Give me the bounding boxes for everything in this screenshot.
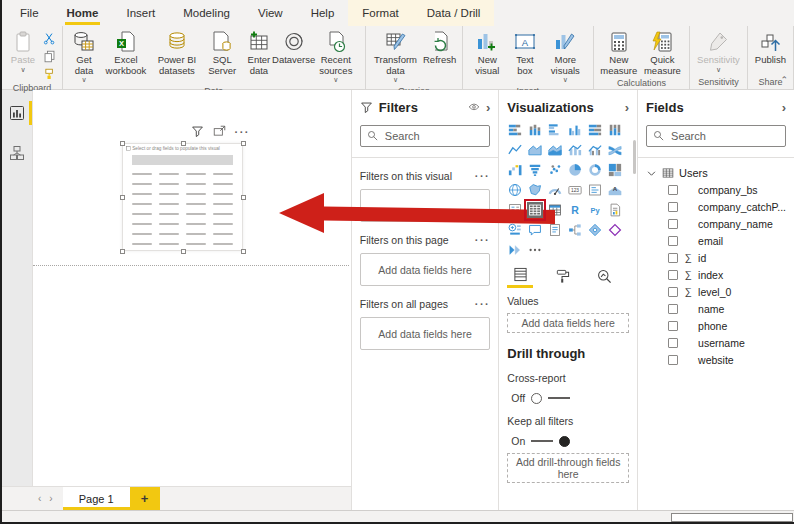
field-row-email[interactable]: ∑email — [646, 232, 786, 249]
stacked-bar-chart-visual-button[interactable] — [507, 122, 523, 138]
field-row-phone[interactable]: ∑phone — [646, 317, 786, 334]
more-visual-options-visual-button[interactable] — [527, 242, 543, 258]
excel-workbook-button[interactable]: XExcel workbook — [101, 28, 151, 77]
paginated-report-visual-button[interactable] — [607, 202, 623, 218]
line-and-clustered-column-chart-visual-button[interactable] — [587, 142, 603, 158]
format-tab-button[interactable] — [549, 269, 575, 287]
new-measure-button[interactable]: New measure — [598, 28, 640, 77]
field-checkbox[interactable] — [668, 253, 678, 263]
enter-data-button[interactable]: Enter data — [241, 28, 276, 77]
field-row-company-name[interactable]: ∑company_name — [646, 215, 786, 232]
more-options-icon[interactable]: ··· — [475, 234, 491, 246]
slicer-visual-button[interactable] — [507, 202, 523, 218]
filter-dropzone[interactable]: Add data fields here — [360, 317, 490, 350]
field-row-level-0[interactable]: ∑level_0 — [646, 283, 786, 300]
ribbon-tab-help[interactable]: Help — [297, 0, 349, 26]
line-and-stacked-column-chart-visual-button[interactable] — [567, 142, 583, 158]
page-tab[interactable]: Page 1 — [63, 487, 130, 510]
more-options-icon[interactable]: ··· — [235, 122, 251, 140]
python-visual-visual-button[interactable]: Py — [587, 202, 603, 218]
focus-mode-icon[interactable] — [213, 125, 226, 138]
funnel-chart-visual-button[interactable] — [527, 162, 543, 178]
filters-search-input[interactable]: Search — [360, 125, 490, 147]
q-and-a-visual-button[interactable] — [527, 222, 543, 238]
field-row-company-catchp-[interactable]: ∑company_catchP... — [646, 198, 786, 215]
donut-chart-visual-button[interactable] — [587, 162, 603, 178]
copy-icon[interactable] — [40, 48, 58, 64]
clustered-bar-chart-visual-button[interactable] — [547, 122, 563, 138]
cross-report-toggle[interactable]: Off — [507, 392, 629, 404]
ribbon-tab-format[interactable]: Format — [348, 0, 412, 26]
field-row-name[interactable]: ∑name — [646, 300, 786, 317]
chevron-down-icon[interactable] — [646, 168, 657, 179]
report-view-button[interactable] — [3, 100, 32, 126]
power-apps-visual-button[interactable] — [607, 222, 623, 238]
keep-all-filters-toggle[interactable]: On — [507, 435, 629, 447]
report-canvas[interactable]: ··· Select or drag fields to populate th… — [33, 90, 351, 486]
selection-handle[interactable] — [241, 141, 246, 146]
field-row-company-bs[interactable]: ∑company_bs — [646, 181, 786, 198]
treemap-visual-button[interactable] — [607, 162, 623, 178]
table-node-users[interactable]: Users — [646, 167, 786, 179]
eye-icon[interactable] — [468, 102, 480, 114]
field-checkbox[interactable] — [668, 185, 678, 195]
more-options-icon[interactable]: ··· — [475, 170, 491, 182]
ribbon-tab-insert[interactable]: Insert — [112, 0, 169, 26]
quick-measure-button[interactable]: Quick measure — [640, 28, 685, 77]
clustered-column-chart-visual-button[interactable] — [567, 122, 583, 138]
new-visual-button[interactable]: New visual — [467, 28, 508, 77]
field-checkbox[interactable] — [668, 236, 678, 246]
selection-handle[interactable] — [181, 249, 186, 254]
ribbon-tab-view[interactable]: View — [244, 0, 297, 26]
more-visuals-button[interactable]: More visuals∨ — [542, 28, 589, 85]
multi-row-card-visual-button[interactable] — [587, 182, 603, 198]
collapse-filters-pane-icon[interactable]: › — [486, 100, 490, 115]
selection-handle[interactable] — [120, 249, 125, 254]
scrollbar-thumb[interactable] — [633, 140, 636, 174]
hundred-stacked-bar-chart-visual-button[interactable] — [587, 122, 603, 138]
ribbon-chart-visual-button[interactable] — [607, 142, 623, 158]
ribbon-tab-file[interactable]: File — [6, 0, 53, 26]
stacked-area-chart-visual-button[interactable] — [547, 142, 563, 158]
ribbon-tab-home[interactable]: Home — [53, 0, 113, 26]
field-checkbox[interactable] — [668, 202, 678, 212]
field-checkbox[interactable] — [668, 338, 678, 348]
field-checkbox[interactable] — [668, 355, 678, 365]
collapse-visualizations-pane-icon[interactable]: › — [625, 100, 629, 115]
sql-server-button[interactable]: SQL Server — [203, 28, 242, 77]
get-data-button[interactable]: Get data∨ — [67, 28, 101, 85]
selection-handle[interactable] — [181, 141, 186, 146]
line-chart-visual-button[interactable] — [507, 142, 523, 158]
field-checkbox[interactable] — [668, 304, 678, 314]
transform-data-button[interactable]: Transform data∨ — [370, 28, 422, 85]
prev-page-icon[interactable]: ‹ — [38, 493, 41, 504]
field-checkbox[interactable] — [668, 287, 678, 297]
format-painter-icon[interactable] — [40, 66, 58, 82]
refresh-button[interactable]: Refresh — [422, 28, 458, 67]
stacked-column-chart-visual-button[interactable] — [527, 122, 543, 138]
collapse-fields-pane-icon[interactable]: › — [782, 100, 786, 115]
analytics-tab-button[interactable] — [591, 269, 617, 287]
decomposition-tree-visual-button[interactable] — [567, 222, 583, 238]
area-chart-visual-button[interactable] — [527, 142, 543, 158]
map-visual-button[interactable] — [507, 182, 523, 198]
selection-handle[interactable] — [241, 249, 246, 254]
drill-through-dropzone[interactable]: Add drill-through fields here — [507, 453, 629, 483]
power-bi-datasets-button[interactable]: Power BI datasets — [151, 28, 203, 77]
fields-tab-button[interactable] — [507, 267, 533, 288]
recent-sources-button[interactable]: Recent sources∨ — [311, 28, 361, 85]
r-script-visual-visual-button[interactable]: R — [567, 202, 583, 218]
field-row-username[interactable]: ∑username — [646, 334, 786, 351]
table-visual-button[interactable] — [527, 202, 543, 218]
selection-handle[interactable] — [241, 195, 246, 200]
ribbon-collapse-button[interactable]: ⌃ — [780, 75, 788, 85]
table-visual-placeholder[interactable]: ··· Select or drag fields to populate th… — [122, 143, 243, 251]
publish-button[interactable]: Publish — [752, 28, 789, 67]
next-page-icon[interactable]: › — [49, 493, 52, 504]
filter-dropzone[interactable] — [360, 189, 490, 222]
card-visual-button[interactable]: 123 — [567, 182, 583, 198]
dataverse-button[interactable]: Dataverse — [276, 28, 311, 67]
selection-handle[interactable] — [120, 195, 125, 200]
filter-dropzone[interactable]: Add data fields here — [360, 253, 490, 286]
fields-search-input[interactable]: Search — [646, 125, 786, 147]
